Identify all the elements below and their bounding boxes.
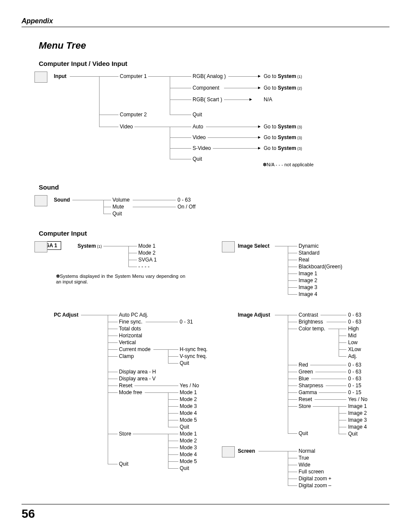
tree-item: 0 - 63	[348, 376, 361, 382]
tree-item: Image 2	[348, 410, 367, 416]
tree-item: Quit	[180, 424, 189, 430]
sound-root: Sound	[54, 197, 70, 203]
tree-item: Mode free	[119, 389, 142, 395]
tree-item: Mode 5	[180, 458, 197, 464]
tree-item: S-Video	[193, 145, 211, 151]
pc-adjust-icon	[34, 241, 47, 252]
tree-item: 0 - 31	[180, 319, 193, 325]
tree-item: Store	[299, 403, 311, 409]
tree-item: Quit	[193, 112, 202, 118]
tree-item: Clamp	[119, 353, 134, 359]
tree-item: Green	[299, 369, 313, 375]
tree-item: Current mode	[119, 346, 150, 352]
tree-item: Image 1	[348, 403, 367, 409]
tree-item: Image 4	[299, 291, 317, 297]
image-adjust-icon	[222, 241, 235, 252]
tree-item: Quit	[112, 211, 122, 217]
tree-item: Auto PC Adj.	[119, 312, 148, 318]
tree-item: Auto	[193, 124, 203, 130]
tree-item: 0 - 15	[348, 383, 361, 389]
tree-item: N/A	[264, 96, 272, 103]
screen-icon	[222, 446, 235, 457]
tree-item: 0 - 63	[348, 319, 361, 325]
section-heading-input: Computer Input / Video Input	[39, 60, 389, 67]
tree-item: Go to System (3)	[264, 134, 302, 140]
tree-item: Adj.	[348, 353, 357, 359]
tree-item: Video	[193, 134, 206, 140]
tree-item: Mode 3	[180, 445, 197, 451]
tree-item: Computer 2	[120, 112, 147, 118]
tree-item: Normal	[299, 448, 315, 454]
tree-item: Standard	[299, 250, 320, 256]
sound-icon	[34, 195, 47, 206]
tree-item: Color temp.	[299, 326, 325, 332]
tree-item: Total dots	[119, 326, 141, 332]
tree-item: Brightness	[299, 319, 323, 325]
system-note: ✽Systems displayed in the System Menu va…	[56, 274, 185, 284]
tree-item: Wide	[299, 462, 310, 468]
tree-item: Component	[193, 85, 219, 91]
tree-item: Low	[348, 339, 358, 345]
tree-item: Real	[299, 257, 309, 263]
tree-item: Contrast	[299, 312, 318, 318]
tree-item: Quit	[180, 465, 189, 471]
tree-item: Reset	[119, 383, 132, 389]
image-select-root: Image Select	[238, 243, 269, 249]
tree-item: Full screen	[299, 469, 324, 475]
input-root: Input	[54, 73, 66, 79]
tree-item: 0 - 63	[177, 197, 191, 203]
tree-item: Quit	[180, 360, 189, 366]
tree-item: Yes / No	[180, 383, 199, 389]
tree-item: 0 - 63	[348, 362, 361, 368]
tree-item: Digital zoom –	[299, 482, 331, 488]
tree-item: Computer 1	[120, 73, 147, 79]
tree-item: Reset	[299, 396, 312, 402]
tree-item: Display area - H	[119, 369, 156, 375]
page-title: Menu Tree	[39, 40, 389, 51]
tree-item: Go to System (3)	[264, 145, 302, 151]
tree-item: Dynamic	[299, 243, 319, 249]
tree-item: Vertical	[119, 339, 136, 345]
tree-item: RGB( Analog )	[193, 73, 226, 79]
tree-item: Blackboard(Green)	[299, 264, 342, 270]
tree-item: 0 - 15	[348, 389, 361, 395]
tree-item: On / Off	[177, 204, 196, 210]
tree-item: Mode 5	[180, 417, 197, 423]
tree-item: Mode 4	[180, 451, 197, 457]
tree-item: Mode 2	[180, 438, 197, 444]
tree-item: Image 2	[299, 277, 317, 283]
tree-item: Fine sync.	[119, 319, 143, 325]
tree-item: Go to System (1)	[264, 73, 302, 79]
tree-item: Gamma	[299, 389, 317, 395]
tree-item: True	[299, 455, 309, 461]
tree-item: Mode 1	[180, 389, 197, 395]
tree-item: Display area - V	[119, 376, 156, 382]
tree-item: - - - -	[138, 264, 149, 270]
page-header: Appendix	[22, 17, 389, 27]
tree-item: Mode 3	[180, 403, 197, 409]
tree-item: Mode 1	[180, 431, 197, 437]
tree-item: Mode 2	[180, 396, 197, 402]
tree-item: Mode 1	[138, 243, 156, 249]
tree-item: Mode 4	[180, 410, 197, 416]
tree-item: Video	[120, 124, 133, 130]
tree-item: XLow	[348, 346, 361, 352]
tree-item: Blue	[299, 376, 309, 382]
image-adjust-root: Image Adjust	[238, 312, 270, 318]
system-root: System (1)	[78, 243, 102, 249]
tree-item: Quit	[119, 461, 128, 467]
na-note: ✽N/A - - - not applicable	[263, 162, 314, 168]
tree-item: H-sync freq.	[180, 346, 208, 352]
tree-item: Sharpness	[299, 383, 323, 389]
tree-item: Digital zoom +	[299, 476, 331, 482]
pc-adjust-root: PC Adjust	[54, 312, 78, 318]
tree-item: Go to System (3)	[264, 124, 302, 130]
section-heading-sound: Sound	[39, 184, 389, 191]
tree-item: Store	[119, 431, 131, 437]
tree-item: Red	[299, 362, 308, 368]
tree-item: Mode 2	[138, 250, 156, 256]
page-number: 56	[22, 504, 389, 521]
appendix-label: Appendix	[22, 17, 53, 25]
tree-item: Horizontal	[119, 333, 142, 339]
tree-item: Quit	[193, 156, 202, 162]
